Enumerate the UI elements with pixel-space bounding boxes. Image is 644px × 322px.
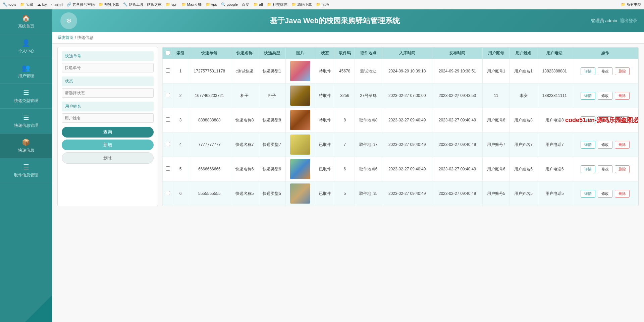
sidebar-item-pickup[interactable]: ☰ 取件信息管理 xyxy=(0,158,52,183)
cell-in-time: 2023-02-27 09:40:49 xyxy=(382,157,432,181)
cell-in-time: 2023-02-27 09:40:49 xyxy=(382,181,432,206)
sidebar-item-home[interactable]: 🏠 系统首页 xyxy=(0,9,52,34)
sidebar-item-profile[interactable]: 👤 个人中心 xyxy=(0,34,52,59)
filter-express-no-input[interactable] xyxy=(62,63,154,72)
cell-index: 3 xyxy=(173,108,188,132)
cell-phone: 13823811111 xyxy=(537,84,572,108)
col-express-no: 快递单号 xyxy=(188,48,231,59)
app-header: ❄ 基于Java Web的校园采购驿站管理系统 管理员 admin 退出登录 xyxy=(52,9,644,32)
toolbar-webmaster[interactable]: 🔧 站长工具 - 站长之家 xyxy=(123,2,162,7)
cell-pickup-code: 6 xyxy=(335,157,355,181)
select-all-checkbox[interactable] xyxy=(166,51,170,55)
sidebar-express-types-label: 快递类型管理 xyxy=(14,98,38,104)
cell-actions: 详情 修改 删除 xyxy=(572,132,638,157)
cell-index: 2 xyxy=(173,84,188,108)
toolbar-tools[interactable]: 🔧 tools xyxy=(3,2,16,7)
table-row: 3 8888888888 快递名称8 快递类型8 待取件 8 取件地点8 202… xyxy=(163,108,638,132)
row-checkbox-4[interactable] xyxy=(166,142,170,146)
edit-btn-5[interactable]: 修改 xyxy=(598,165,612,173)
delete-btn-6[interactable]: 删除 xyxy=(615,190,630,198)
toolbar-baota[interactable]: 📁 宝塔 xyxy=(316,2,329,7)
toolbar-vps[interactable]: 📁 vps xyxy=(206,2,217,7)
toolbar-social[interactable]: 📁 社交媒体 xyxy=(267,2,287,7)
delete-btn-1[interactable]: 删除 xyxy=(615,67,630,75)
toolbar-uplod[interactable]: ↑ uplod xyxy=(51,3,62,7)
edit-btn-1[interactable]: 修改 xyxy=(598,67,612,75)
sidebar-item-express-detail[interactable]: 📦 快递信息 xyxy=(0,133,52,158)
breadcrumb-home[interactable]: 系统首页 xyxy=(57,35,73,41)
delete-btn-4[interactable]: 删除 xyxy=(615,141,630,149)
toolbar-bookmarks[interactable]: 📁 所有书签 xyxy=(621,2,641,7)
cell-in-time: 2023-02-27 09:40:49 xyxy=(382,108,432,132)
filter-username-input[interactable] xyxy=(62,113,154,123)
pickup-icon: ☰ xyxy=(23,163,29,171)
toolbar-share-pwd[interactable]: 🔗 共享账号密码 xyxy=(67,2,95,7)
detail-btn-5[interactable]: 详情 xyxy=(581,165,595,173)
detail-btn-4[interactable]: 详情 xyxy=(581,141,595,149)
sidebar-item-express-types[interactable]: ☰ 快递类型管理 xyxy=(0,84,52,109)
sidebar-item-express-info[interactable]: ☰ 快递信息管理 xyxy=(0,109,52,133)
filter-status-input[interactable] xyxy=(62,88,154,98)
toolbar-vpn[interactable]: 📁 vpn xyxy=(166,2,177,7)
header-logo: ❄ xyxy=(59,11,79,31)
home-icon: 🏠 xyxy=(22,14,30,22)
toolbar-baozang[interactable]: 📁 宝藏 xyxy=(20,2,33,7)
browser-toolbar: 🔧 tools 📁 宝藏 ☁ txy ↑ uplod 🔗 共享账号密码 📁 视频… xyxy=(0,0,644,9)
cell-username: 用户姓名8 xyxy=(510,108,537,132)
cell-image xyxy=(285,84,315,108)
cell-name: 快递名称5 xyxy=(231,181,258,206)
express-info-icon: ☰ xyxy=(23,113,29,121)
header-user-info: 管理员 admin 退出登录 xyxy=(591,18,637,24)
thumbnail-4 xyxy=(290,135,310,155)
row-checkbox-3[interactable] xyxy=(166,117,170,122)
row-checkbox-2[interactable] xyxy=(166,93,170,97)
detail-btn-1[interactable]: 详情 xyxy=(581,67,595,75)
filter-express-no-section: 快递单号 xyxy=(62,51,154,72)
cell-status: 已取件 xyxy=(315,132,335,157)
col-image: 图片 xyxy=(285,48,315,59)
logo-icon: ❄ xyxy=(60,12,77,29)
toolbar-maxyun[interactable]: 📁 Max云梯 xyxy=(181,2,202,7)
delete-btn-5[interactable]: 删除 xyxy=(615,165,630,173)
row-checkbox-1[interactable] xyxy=(166,68,170,73)
thumbnail-1 xyxy=(290,61,310,81)
toolbar-txy[interactable]: ☁ txy xyxy=(37,2,47,7)
sidebar-item-users[interactable]: 👥 用户管理 xyxy=(0,59,52,84)
col-pickup-addr: 取件地点 xyxy=(355,48,382,59)
cell-account: 用户账号5 xyxy=(482,181,509,206)
cell-status: 已取件 xyxy=(315,181,335,206)
delete-btn-3[interactable]: 删除 xyxy=(615,116,630,124)
cell-phone: 用户电话7 xyxy=(537,132,572,157)
toolbar-source[interactable]: 📁 源码下载 xyxy=(291,2,312,7)
cell-image xyxy=(285,181,315,206)
col-actions: 操作 xyxy=(572,48,638,59)
row-checkbox-6[interactable] xyxy=(166,191,170,195)
cell-index: 1 xyxy=(173,59,188,84)
toolbar-video-dl[interactable]: 📁 视频下载 xyxy=(99,2,119,7)
toolbar-aff[interactable]: 📁 aff xyxy=(253,2,263,7)
add-button[interactable]: 新增 xyxy=(62,140,154,150)
detail-btn-2[interactable]: 详情 xyxy=(581,92,595,100)
content-area: ❄ 基于Java Web的校园采购驿站管理系统 管理员 admin 退出登录 系… xyxy=(52,9,644,322)
cell-name: 快递名称7 xyxy=(231,132,258,157)
cell-index: 6 xyxy=(173,181,188,206)
cell-image xyxy=(285,132,315,157)
delete-btn-2[interactable]: 删除 xyxy=(615,92,630,100)
thumbnail-5 xyxy=(290,159,310,179)
cell-account: 用户账号7 xyxy=(482,132,509,157)
edit-btn-6[interactable]: 修改 xyxy=(598,190,612,198)
edit-btn-4[interactable]: 修改 xyxy=(598,141,612,149)
row-checkbox-5[interactable] xyxy=(166,166,170,171)
edit-btn-3[interactable]: 修改 xyxy=(598,116,612,124)
cell-image xyxy=(285,59,315,84)
search-button[interactable]: 查询 xyxy=(62,127,154,138)
toolbar-google[interactable]: 🔍 google xyxy=(221,2,238,7)
batch-delete-button[interactable]: 删除 xyxy=(62,152,154,164)
cell-username: 用户姓名5 xyxy=(510,181,537,206)
edit-btn-2[interactable]: 修改 xyxy=(598,92,612,100)
logout-link[interactable]: 退出登录 xyxy=(620,18,637,24)
toolbar-baidu[interactable]: 百度 xyxy=(242,2,249,7)
detail-btn-6[interactable]: 详情 xyxy=(581,190,595,198)
detail-btn-3[interactable]: 详情 xyxy=(581,116,595,124)
cell-express-no: 5555555555 xyxy=(188,181,231,206)
